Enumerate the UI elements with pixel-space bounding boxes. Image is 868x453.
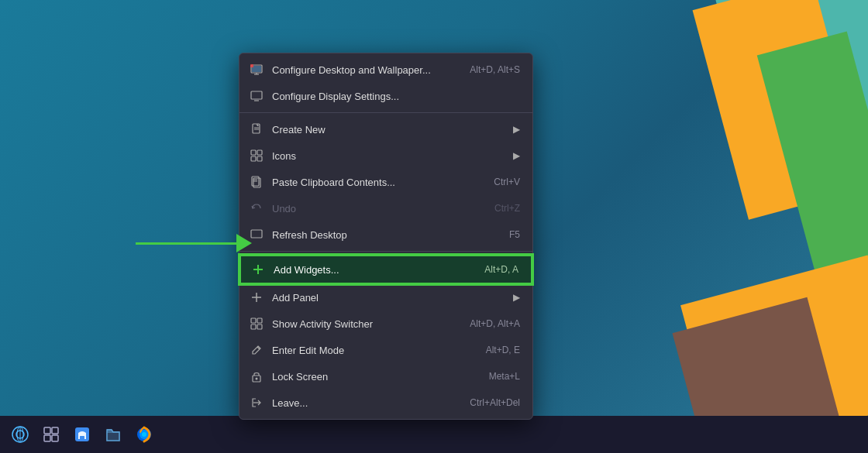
svg-rect-10: [251, 150, 256, 155]
leave-icon: [249, 395, 264, 410]
svg-rect-5: [251, 91, 262, 99]
display-icon: [249, 88, 264, 104]
menu-item-undo: Undo Ctrl+Z: [239, 195, 532, 221]
monitor-icon: [249, 62, 264, 77]
menu-item-configure-display[interactable]: Configure Display Settings...: [239, 83, 532, 109]
svg-rect-4: [250, 64, 253, 67]
svg-rect-36: [52, 427, 58, 434]
submenu-arrow-icons: ▶: [513, 150, 520, 161]
menu-item-refresh[interactable]: Refresh Desktop F5: [239, 221, 532, 248]
configure-desktop-shortcut: Alt+D, Alt+S: [470, 64, 520, 75]
taskbar-firefox[interactable]: [130, 420, 158, 448]
context-menu: Configure Desktop and Wallpaper... Alt+D…: [239, 53, 533, 420]
menu-item-configure-desktop[interactable]: Configure Desktop and Wallpaper... Alt+D…: [239, 57, 532, 83]
svg-rect-18: [251, 230, 262, 238]
lock-shortcut: Meta+L: [489, 371, 520, 382]
taskbar-app-grid[interactable]: [37, 420, 65, 448]
refresh-label: Refresh Desktop: [272, 229, 494, 241]
lock-label: Lock Screen: [272, 371, 474, 383]
add-panel-icon: [249, 290, 264, 305]
menu-item-lock[interactable]: Lock Screen Meta+L: [239, 363, 532, 390]
leave-shortcut: Ctrl+Alt+Del: [470, 397, 520, 408]
add-widgets-icon: [250, 262, 266, 277]
file-new-icon: [249, 122, 264, 137]
menu-item-leave[interactable]: Leave... Ctrl+Alt+Del: [239, 390, 532, 416]
activity-label: Show Activity Switcher: [272, 318, 454, 330]
desktop-wallpaper: [542, 0, 868, 453]
paste-label: Paste Clipboard Contents...: [272, 177, 478, 188]
svg-rect-25: [251, 324, 256, 329]
arrow-line: [136, 242, 236, 245]
activity-shortcut: Alt+D, Alt+A: [470, 318, 520, 329]
svg-rect-37: [44, 435, 50, 441]
desktop: Configure Desktop and Wallpaper... Alt+D…: [0, 0, 868, 453]
svg-rect-41: [106, 431, 120, 441]
create-new-label: Create New: [272, 124, 507, 136]
menu-item-paste[interactable]: Paste Clipboard Contents... Ctrl+V: [239, 169, 532, 195]
svg-point-44: [142, 432, 146, 437]
menu-item-create-new[interactable]: Create New ▶: [239, 116, 532, 142]
svg-rect-13: [257, 156, 262, 161]
svg-rect-23: [251, 318, 256, 323]
arrow-pointer: [136, 234, 252, 252]
leave-label: Leave...: [272, 397, 454, 409]
svg-rect-40: [80, 436, 84, 439]
menu-item-add-panel[interactable]: Add Panel ▶: [239, 284, 532, 311]
separator-1: [239, 112, 532, 113]
icons-icon: [249, 148, 264, 163]
taskbar-kde-menu[interactable]: [6, 420, 34, 448]
paste-shortcut: Ctrl+V: [494, 177, 520, 187]
undo-icon: [249, 201, 264, 216]
undo-label: Undo: [272, 203, 479, 214]
submenu-arrow-add-panel: ▶: [513, 292, 520, 303]
svg-rect-35: [44, 427, 50, 434]
configure-desktop-label: Configure Desktop and Wallpaper...: [272, 64, 454, 76]
menu-item-activity[interactable]: Show Activity Switcher Alt+D, Alt+A: [239, 311, 532, 337]
svg-rect-12: [251, 156, 256, 161]
paste-icon: [249, 174, 264, 190]
refresh-shortcut: F5: [509, 229, 520, 240]
configure-display-label: Configure Display Settings...: [272, 91, 505, 102]
undo-shortcut: Ctrl+Z: [494, 203, 520, 214]
arrow-head: [236, 234, 252, 252]
edit-icon: [249, 342, 264, 358]
svg-rect-7: [253, 124, 260, 133]
add-widgets-shortcut: Alt+D, A: [484, 264, 518, 275]
activity-icon: [249, 316, 264, 331]
svg-rect-26: [257, 324, 262, 329]
svg-rect-11: [257, 150, 262, 155]
add-panel-label: Add Panel: [272, 292, 507, 304]
taskbar-files[interactable]: [99, 420, 127, 448]
lock-icon: [249, 369, 264, 384]
svg-rect-38: [52, 435, 58, 441]
edit-mode-label: Enter Edit Mode: [272, 345, 470, 356]
svg-point-29: [256, 378, 258, 380]
taskbar: [0, 416, 868, 453]
menu-item-edit-mode[interactable]: Enter Edit Mode Alt+D, E: [239, 337, 532, 363]
menu-item-add-widgets[interactable]: Add Widgets... Alt+D, A: [239, 255, 532, 284]
submenu-arrow-create-new: ▶: [513, 124, 520, 135]
svg-rect-24: [257, 318, 262, 323]
taskbar-store[interactable]: [68, 420, 96, 448]
edit-mode-shortcut: Alt+D, E: [486, 345, 520, 355]
icons-label: Icons: [272, 150, 507, 162]
menu-item-icons[interactable]: Icons ▶: [239, 142, 532, 169]
add-widgets-label: Add Widgets...: [274, 264, 469, 276]
separator-2: [239, 251, 532, 252]
